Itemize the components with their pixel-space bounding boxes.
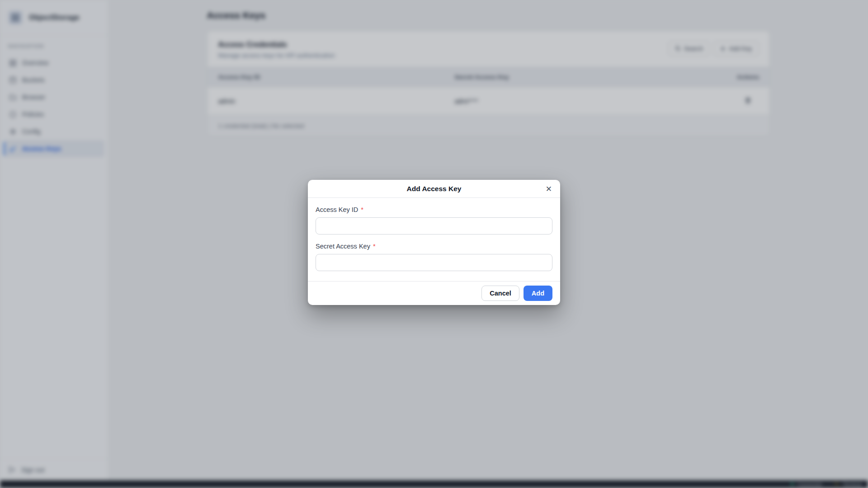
close-icon[interactable]: ✕ <box>544 184 554 193</box>
secret-access-key-label: Secret Access Key* <box>316 243 552 250</box>
required-marker: * <box>361 206 363 213</box>
secret-access-key-field[interactable] <box>316 254 552 271</box>
access-key-id-field[interactable] <box>316 217 552 235</box>
add-access-key-modal: Add Access Key ✕ Access Key ID* Secret A… <box>308 180 560 305</box>
cancel-button[interactable]: Cancel <box>481 286 519 301</box>
required-marker: * <box>373 243 376 250</box>
add-button[interactable]: Add <box>524 286 552 301</box>
modal-title: Add Access Key <box>407 185 462 193</box>
access-key-id-label: Access Key ID* <box>316 206 552 213</box>
